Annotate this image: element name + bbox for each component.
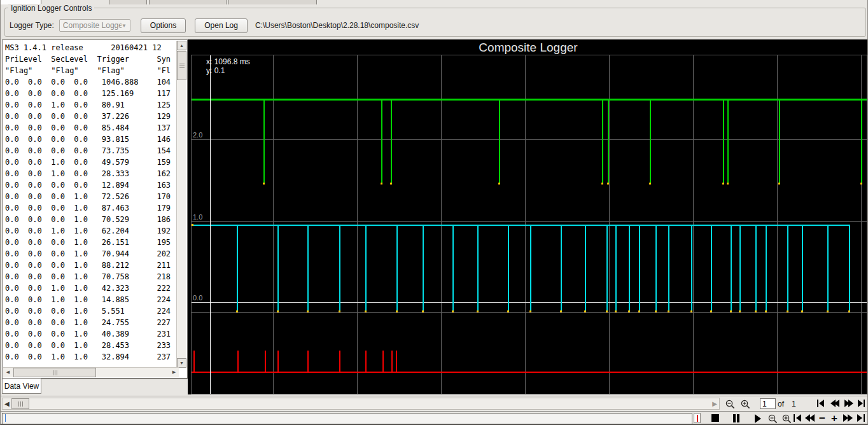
options-button[interactable]: Options: [141, 18, 186, 33]
series-pulse-prilevel: [779, 99, 780, 183]
app-window: Ignition Logger Controls Logger Type: Co…: [0, 0, 868, 425]
scroll-down-button[interactable]: ▼: [177, 358, 186, 368]
y-axis-label: 0.0: [193, 294, 202, 302]
series-pulse-seclevel: [585, 225, 586, 311]
tab-stub-3[interactable]: [149, 0, 227, 4]
data-horizontal-scrollbar[interactable]: ◀ ▶: [3, 367, 179, 377]
series-pulse-seclevel: [339, 225, 340, 311]
play-icon[interactable]: [755, 414, 761, 423]
rewind-icon[interactable]: [805, 414, 815, 422]
cursor-x-label: x:: [206, 57, 212, 66]
data-point-marker: [778, 183, 780, 185]
data-point-marker: [307, 310, 309, 312]
series-pulse-prilevel: [723, 99, 724, 183]
zoom-in-icon[interactable]: [780, 413, 793, 424]
tab-stub-4[interactable]: [228, 0, 317, 4]
data-point-marker: [452, 310, 454, 312]
data-vertical-scrollbar[interactable]: ▲ ▼: [176, 41, 186, 368]
data-point-marker: [668, 310, 669, 312]
data-point-marker: [529, 310, 531, 312]
skip-to-start-icon[interactable]: [794, 414, 801, 422]
page-total-label: 1: [792, 400, 796, 408]
series-pulse-prilevel: [727, 99, 729, 183]
data-point-marker: [730, 310, 732, 312]
series-pulse-trigger: [265, 351, 266, 372]
minus-icon[interactable]: −: [819, 412, 825, 425]
series-pulse-trigger: [193, 351, 195, 372]
scroll-up-button[interactable]: ▲: [177, 41, 186, 50]
logger-type-combobox[interactable]: Composite Logger ▼: [59, 19, 130, 32]
data-point-marker: [339, 310, 340, 312]
record-bar-icon: [697, 415, 698, 422]
series-pulse-seclevel: [668, 225, 669, 311]
scroll-left-button[interactable]: ◀: [3, 368, 13, 377]
tab-stub-2[interactable]: [109, 0, 147, 4]
open-log-button[interactable]: Open Log: [195, 18, 248, 33]
data-point-marker: [381, 183, 382, 185]
series-pulse-prilevel: [602, 99, 603, 183]
logger-type-value: Composite Logger: [63, 21, 122, 30]
cursor-y-label: y:: [206, 66, 212, 75]
series-pulse-seclevel: [739, 225, 741, 311]
data-point-marker: [848, 310, 850, 312]
y-axis-label: 2.0: [193, 131, 202, 139]
data-point-marker: [655, 310, 657, 312]
series-pulse-seclevel: [787, 225, 788, 311]
data-point-marker: [765, 310, 767, 312]
series-pulse-seclevel: [639, 225, 640, 311]
pause-icon[interactable]: [733, 414, 739, 422]
rewind-icon[interactable]: [830, 400, 839, 407]
series-pulse-prilevel: [499, 99, 500, 183]
fast-forward-icon[interactable]: [844, 400, 853, 407]
log-file-path: C:\Users\Boston\Desktop\2.28.18\composit…: [255, 21, 419, 30]
series-pulse-seclevel: [423, 225, 424, 311]
cursor-x-value: 1096.8 ms: [214, 57, 250, 66]
series-pulse-seclevel: [827, 225, 829, 311]
zoom-out-icon[interactable]: [766, 413, 779, 424]
series-baseline-trigger: [192, 372, 867, 373]
chart-cursor-line[interactable]: [210, 55, 211, 394]
series-pulse-seclevel: [711, 225, 712, 311]
series-pulse-seclevel: [755, 225, 757, 311]
composite-logger-chart[interactable]: Composite Logger x: 1096.8 ms y: 0.1 2.0…: [188, 39, 868, 394]
up-arrow-icon: ▲: [179, 43, 184, 48]
left-arrow-icon[interactable]: ◀: [4, 400, 10, 407]
data-view-tab[interactable]: Data View: [2, 379, 41, 394]
right-arrow-icon[interactable]: ▶: [712, 400, 717, 407]
data-point-marker: [638, 310, 640, 312]
composite-data-panel[interactable]: MS3 1.4.1 release 20160421 12 PriLevel S…: [2, 39, 188, 379]
chart-horizontal-gridline: [192, 221, 867, 222]
data-point-marker: [787, 310, 788, 312]
command-input[interactable]: [2, 413, 692, 424]
cursor-readout: x: 1096.8 ms y: 0.1: [206, 57, 250, 75]
page-of-label: of: [778, 400, 784, 408]
chart-scroll-row: ◀ ▶ of 1: [1, 396, 868, 411]
horizontal-scroll-thumb[interactable]: [13, 368, 96, 377]
stop-icon[interactable]: [711, 414, 719, 422]
zoom-in-icon[interactable]: [739, 398, 752, 410]
skip-to-start-icon[interactable]: [817, 400, 824, 407]
series-pulse-prilevel: [650, 99, 651, 183]
series-pulse-seclevel: [655, 225, 657, 311]
vertical-scroll-thumb[interactable]: [177, 51, 186, 80]
series-pulse-seclevel: [849, 225, 850, 311]
chart-horizontal-scrollbar[interactable]: ◀ ▶: [2, 398, 720, 410]
y-axis-label: 1.0: [193, 213, 202, 221]
data-point-marker: [390, 183, 392, 185]
chart-plot-area[interactable]: x: 1096.8 ms y: 0.1 2.01.00.0: [191, 55, 867, 394]
skip-to-end-icon[interactable]: [858, 400, 865, 407]
skip-to-end-icon[interactable]: [857, 414, 865, 422]
chart-scroll-thumb[interactable]: [11, 398, 29, 409]
plus-icon[interactable]: +: [831, 412, 837, 425]
chevron-down-icon: ▼: [122, 23, 127, 29]
fast-forward-icon[interactable]: [843, 414, 853, 422]
series-baseline-prilevel: [192, 99, 867, 101]
scroll-right-button[interactable]: ▶: [169, 368, 179, 377]
series-baseline-seclevel: [192, 225, 849, 226]
zoom-out-icon[interactable]: [724, 398, 736, 410]
series-pulse-trigger: [382, 351, 384, 372]
data-point-marker: [507, 310, 509, 312]
series-pulse-seclevel: [530, 225, 531, 311]
bottom-control-strip: − +: [1, 411, 868, 425]
page-number-input[interactable]: [760, 398, 776, 409]
